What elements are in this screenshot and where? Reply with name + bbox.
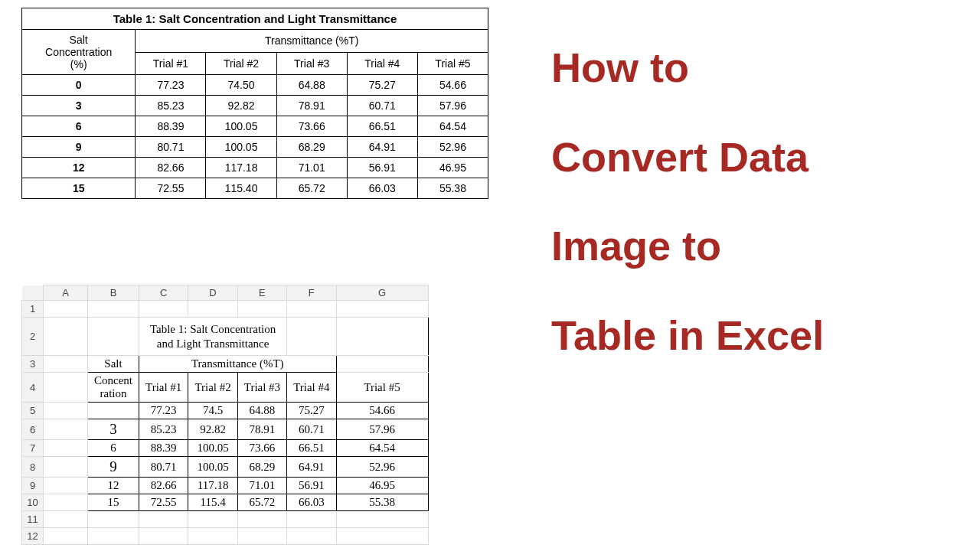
excel-cell[interactable]: 71.01: [237, 478, 286, 494]
excel-cell[interactable]: [287, 318, 336, 356]
excel-trial-header[interactable]: Trial #3: [237, 373, 286, 403]
excel-row-header[interactable]: 2: [22, 318, 44, 356]
excel-cell[interactable]: [139, 528, 188, 545]
excel-cell[interactable]: 15: [88, 494, 139, 511]
excel-cell[interactable]: [287, 301, 336, 318]
excel-row-header[interactable]: 8: [22, 457, 44, 478]
excel-cell[interactable]: [237, 301, 286, 318]
excel-cell[interactable]: 115.4: [188, 494, 237, 511]
excel-cell[interactable]: 66.03: [287, 494, 336, 511]
excel-cell[interactable]: 6: [88, 440, 139, 457]
excel-cell[interactable]: 12: [88, 478, 139, 494]
excel-cell[interactable]: 57.96: [336, 419, 428, 440]
excel-cell[interactable]: 68.29: [237, 457, 286, 478]
excel-cell[interactable]: 9: [88, 457, 139, 478]
excel-col-header[interactable]: A: [44, 285, 88, 301]
excel-cell[interactable]: 3: [88, 419, 139, 440]
excel-cell[interactable]: [44, 478, 88, 494]
excel-cell[interactable]: [88, 528, 139, 545]
excel-cell[interactable]: [188, 511, 237, 528]
excel-cell[interactable]: [44, 318, 88, 356]
excel-cell[interactable]: [88, 301, 139, 318]
excel-cell[interactable]: 75.27: [287, 403, 336, 419]
excel-cell[interactable]: 64.54: [336, 440, 428, 457]
excel-trial-header[interactable]: Trial #4: [287, 373, 336, 403]
excel-col-header[interactable]: C: [139, 285, 188, 301]
excel-cell[interactable]: 60.71: [287, 419, 336, 440]
excel-cell[interactable]: 65.72: [237, 494, 286, 511]
excel-col-header[interactable]: E: [237, 285, 286, 301]
excel-cell[interactable]: 100.05: [188, 457, 237, 478]
excel-cell[interactable]: [88, 403, 139, 419]
excel-row-header[interactable]: 1: [22, 301, 44, 318]
excel-cell[interactable]: 77.23: [139, 403, 188, 419]
excel-cell[interactable]: [88, 511, 139, 528]
excel-cell[interactable]: [336, 356, 428, 373]
excel-cell[interactable]: [336, 528, 428, 545]
excel-cell[interactable]: 54.66: [336, 403, 428, 419]
excel-cell[interactable]: [44, 373, 88, 403]
excel-cell[interactable]: 82.66: [139, 478, 188, 494]
excel-cell[interactable]: [44, 301, 88, 318]
excel-title-cell[interactable]: Table 1: Salt Concentrationand Light Tra…: [139, 318, 287, 356]
excel-cell[interactable]: [336, 511, 428, 528]
excel-cell[interactable]: 52.96: [336, 457, 428, 478]
excel-cell[interactable]: 46.95: [336, 478, 428, 494]
excel-col-header[interactable]: G: [336, 285, 428, 301]
excel-trial-header[interactable]: Trial #1: [139, 373, 188, 403]
excel-cell[interactable]: [287, 528, 336, 545]
excel-cell[interactable]: 55.38: [336, 494, 428, 511]
excel-salt-header[interactable]: Concentration: [88, 373, 139, 403]
excel-row-header[interactable]: 11: [22, 511, 44, 528]
excel-col-header[interactable]: B: [88, 285, 139, 301]
excel-cell[interactable]: 88.39: [139, 440, 188, 457]
excel-cell[interactable]: 85.23: [139, 419, 188, 440]
excel-cell[interactable]: [188, 528, 237, 545]
excel-cell[interactable]: 56.91: [287, 478, 336, 494]
excel-cell[interactable]: [44, 494, 88, 511]
excel-cell[interactable]: [44, 356, 88, 373]
excel-cell[interactable]: 92.82: [188, 419, 237, 440]
excel-cell[interactable]: [88, 318, 139, 356]
excel-cell[interactable]: [237, 511, 286, 528]
excel-cell[interactable]: 73.66: [237, 440, 286, 457]
excel-cell[interactable]: [336, 318, 428, 356]
excel-row-header[interactable]: 9: [22, 478, 44, 494]
excel-cell[interactable]: 78.91: [237, 419, 286, 440]
excel-cell[interactable]: 64.91: [287, 457, 336, 478]
excel-cell[interactable]: [44, 528, 88, 545]
excel-cell[interactable]: 74.5: [188, 403, 237, 419]
excel-cell[interactable]: [139, 301, 188, 318]
excel-cell[interactable]: 72.55: [139, 494, 188, 511]
excel-row-header[interactable]: 12: [22, 528, 44, 545]
excel-cell[interactable]: [188, 301, 237, 318]
excel-corner[interactable]: [22, 285, 44, 301]
excel-cell[interactable]: [287, 511, 336, 528]
excel-col-header[interactable]: F: [287, 285, 336, 301]
excel-cell[interactable]: [336, 301, 428, 318]
excel-cell[interactable]: 64.88: [237, 403, 286, 419]
excel-cell[interactable]: 80.71: [139, 457, 188, 478]
excel-cell[interactable]: 100.05: [188, 440, 237, 457]
excel-row-header[interactable]: 10: [22, 494, 44, 511]
excel-row-header[interactable]: 4: [22, 373, 44, 403]
excel-trial-header[interactable]: Trial #2: [188, 373, 237, 403]
excel-cell[interactable]: [139, 511, 188, 528]
excel-salt-header[interactable]: Salt: [88, 356, 139, 373]
excel-transmittance-header[interactable]: Transmittance (%T): [139, 356, 337, 373]
excel-cell[interactable]: [44, 403, 88, 419]
excel-grid[interactable]: A B C D E F G 1 2: [21, 285, 429, 545]
excel-row-header[interactable]: 3: [22, 356, 44, 373]
excel-col-header[interactable]: D: [188, 285, 237, 301]
excel-row-header[interactable]: 6: [22, 419, 44, 440]
excel-trial-header[interactable]: Trial #5: [336, 373, 428, 403]
excel-cell[interactable]: [44, 457, 88, 478]
excel-cell[interactable]: 66.51: [287, 440, 336, 457]
excel-row-header[interactable]: 5: [22, 403, 44, 419]
excel-cell[interactable]: [44, 440, 88, 457]
excel-cell[interactable]: [44, 511, 88, 528]
excel-cell[interactable]: [237, 528, 286, 545]
excel-cell[interactable]: [44, 419, 88, 440]
excel-row-header[interactable]: 7: [22, 440, 44, 457]
excel-cell[interactable]: 117.18: [188, 478, 237, 494]
